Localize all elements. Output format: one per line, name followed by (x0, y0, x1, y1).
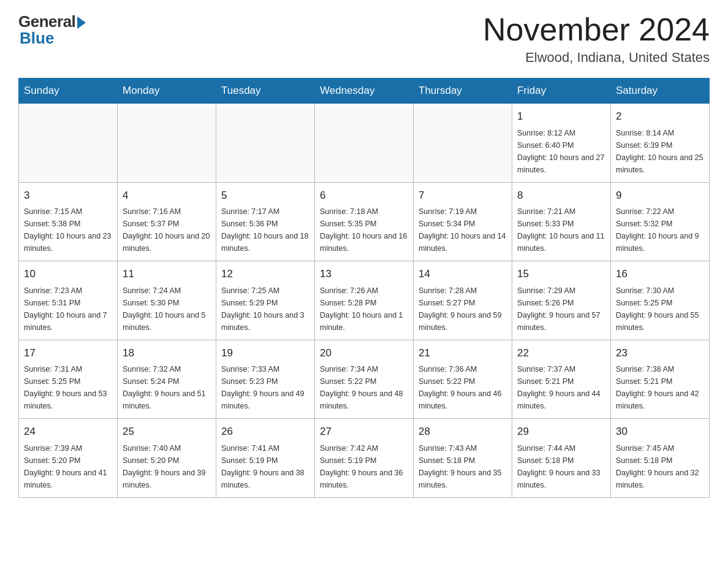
day-sun-info: Sunrise: 7:24 AM Sunset: 5:30 PM Dayligh… (123, 285, 211, 334)
calendar-cell: 21Sunrise: 7:36 AM Sunset: 5:22 PM Dayli… (414, 340, 512, 419)
weekday-header-tuesday: Tuesday (216, 79, 315, 104)
calendar-cell: 7Sunrise: 7:19 AM Sunset: 5:34 PM Daylig… (414, 182, 512, 261)
day-sun-info: Sunrise: 7:23 AM Sunset: 5:31 PM Dayligh… (24, 285, 112, 334)
calendar-week-row: 10Sunrise: 7:23 AM Sunset: 5:31 PM Dayli… (19, 261, 710, 340)
calendar-cell: 27Sunrise: 7:42 AM Sunset: 5:19 PM Dayli… (315, 419, 414, 498)
day-number: 29 (517, 424, 605, 440)
day-sun-info: Sunrise: 7:32 AM Sunset: 5:24 PM Dayligh… (123, 363, 211, 412)
calendar-cell: 19Sunrise: 7:33 AM Sunset: 5:23 PM Dayli… (216, 340, 315, 419)
title-section: November 2024 Elwood, Indiana, United St… (483, 12, 710, 66)
calendar-cell: 1Sunrise: 8:12 AM Sunset: 6:40 PM Daylig… (512, 104, 611, 183)
day-number: 25 (123, 424, 211, 440)
day-number: 19 (221, 345, 309, 361)
calendar-week-row: 17Sunrise: 7:31 AM Sunset: 5:25 PM Dayli… (19, 340, 710, 419)
day-number: 2 (616, 109, 704, 124)
day-sun-info: Sunrise: 7:22 AM Sunset: 5:32 PM Dayligh… (616, 205, 704, 255)
day-number: 27 (320, 424, 408, 440)
calendar-cell: 25Sunrise: 7:40 AM Sunset: 5:20 PM Dayli… (118, 419, 216, 498)
calendar-cell (414, 104, 512, 183)
day-number: 15 (517, 266, 605, 282)
day-number: 14 (419, 266, 507, 282)
day-sun-info: Sunrise: 7:25 AM Sunset: 5:29 PM Dayligh… (221, 285, 309, 334)
calendar-cell: 8Sunrise: 7:21 AM Sunset: 5:33 PM Daylig… (512, 182, 611, 261)
weekday-header-friday: Friday (512, 79, 611, 104)
day-number: 16 (616, 266, 704, 282)
day-sun-info: Sunrise: 7:31 AM Sunset: 5:25 PM Dayligh… (24, 363, 112, 412)
day-number: 28 (419, 424, 507, 440)
day-sun-info: Sunrise: 7:42 AM Sunset: 5:19 PM Dayligh… (320, 442, 408, 491)
calendar-week-row: 24Sunrise: 7:39 AM Sunset: 5:20 PM Dayli… (19, 419, 710, 498)
day-number: 17 (24, 345, 112, 361)
calendar-cell: 23Sunrise: 7:38 AM Sunset: 5:21 PM Dayli… (611, 340, 710, 419)
day-sun-info: Sunrise: 7:17 AM Sunset: 5:36 PM Dayligh… (221, 205, 309, 255)
calendar-cell: 15Sunrise: 7:29 AM Sunset: 5:26 PM Dayli… (512, 261, 611, 340)
day-sun-info: Sunrise: 7:16 AM Sunset: 5:37 PM Dayligh… (123, 205, 211, 255)
weekday-header-thursday: Thursday (414, 79, 512, 104)
calendar-cell: 16Sunrise: 7:30 AM Sunset: 5:25 PM Dayli… (611, 261, 710, 340)
calendar-cell: 11Sunrise: 7:24 AM Sunset: 5:30 PM Dayli… (118, 261, 216, 340)
day-sun-info: Sunrise: 7:41 AM Sunset: 5:19 PM Dayligh… (221, 442, 309, 491)
day-sun-info: Sunrise: 7:36 AM Sunset: 5:22 PM Dayligh… (419, 363, 507, 412)
calendar-week-row: 1Sunrise: 8:12 AM Sunset: 6:40 PM Daylig… (19, 104, 710, 183)
day-number: 1 (517, 109, 605, 124)
calendar-cell: 22Sunrise: 7:37 AM Sunset: 5:21 PM Dayli… (512, 340, 611, 419)
day-sun-info: Sunrise: 7:43 AM Sunset: 5:18 PM Dayligh… (419, 442, 507, 491)
day-number: 26 (221, 424, 309, 440)
weekday-header-monday: Monday (118, 79, 216, 104)
calendar-cell: 6Sunrise: 7:18 AM Sunset: 5:35 PM Daylig… (315, 182, 414, 261)
day-number: 30 (616, 424, 704, 440)
day-sun-info: Sunrise: 7:28 AM Sunset: 5:27 PM Dayligh… (419, 285, 507, 334)
day-sun-info: Sunrise: 7:44 AM Sunset: 5:18 PM Dayligh… (517, 442, 605, 491)
day-sun-info: Sunrise: 7:30 AM Sunset: 5:25 PM Dayligh… (616, 285, 704, 334)
day-number: 10 (24, 266, 112, 282)
day-sun-info: Sunrise: 7:38 AM Sunset: 5:21 PM Dayligh… (616, 363, 704, 412)
calendar-cell (315, 104, 414, 183)
calendar-cell (216, 104, 315, 183)
calendar-cell: 5Sunrise: 7:17 AM Sunset: 5:36 PM Daylig… (216, 182, 315, 261)
day-sun-info: Sunrise: 7:40 AM Sunset: 5:20 PM Dayligh… (123, 442, 211, 491)
day-sun-info: Sunrise: 7:18 AM Sunset: 5:35 PM Dayligh… (320, 205, 408, 255)
day-number: 22 (517, 345, 605, 361)
day-sun-info: Sunrise: 8:12 AM Sunset: 6:40 PM Dayligh… (517, 127, 605, 176)
weekday-header-wednesday: Wednesday (315, 79, 414, 104)
calendar-cell: 24Sunrise: 7:39 AM Sunset: 5:20 PM Dayli… (19, 419, 118, 498)
logo-arrow-icon (77, 17, 86, 29)
day-number: 7 (419, 188, 507, 204)
day-sun-info: Sunrise: 7:19 AM Sunset: 5:34 PM Dayligh… (419, 205, 507, 255)
day-number: 12 (221, 266, 309, 282)
day-sun-info: Sunrise: 7:39 AM Sunset: 5:20 PM Dayligh… (24, 442, 112, 491)
calendar-cell: 10Sunrise: 7:23 AM Sunset: 5:31 PM Dayli… (19, 261, 118, 340)
logo-blue-text: Blue (18, 29, 54, 48)
month-year-title: November 2024 (483, 12, 710, 47)
logo: General Blue (18, 12, 86, 48)
day-number: 18 (123, 345, 211, 361)
day-number: 23 (616, 345, 704, 361)
calendar-cell: 20Sunrise: 7:34 AM Sunset: 5:22 PM Dayli… (315, 340, 414, 419)
calendar-cell: 30Sunrise: 7:45 AM Sunset: 5:18 PM Dayli… (611, 419, 710, 498)
day-sun-info: Sunrise: 8:14 AM Sunset: 6:39 PM Dayligh… (616, 127, 704, 176)
day-number: 21 (419, 345, 507, 361)
calendar-cell: 9Sunrise: 7:22 AM Sunset: 5:32 PM Daylig… (611, 182, 710, 261)
calendar-week-row: 3Sunrise: 7:15 AM Sunset: 5:38 PM Daylig… (19, 182, 710, 261)
day-number: 6 (320, 188, 408, 204)
day-number: 8 (517, 188, 605, 204)
calendar-cell: 14Sunrise: 7:28 AM Sunset: 5:27 PM Dayli… (414, 261, 512, 340)
day-number: 3 (24, 188, 112, 204)
day-number: 4 (123, 188, 211, 204)
calendar-cell (19, 104, 118, 183)
calendar-cell: 29Sunrise: 7:44 AM Sunset: 5:18 PM Dayli… (512, 419, 611, 498)
calendar-cell: 12Sunrise: 7:25 AM Sunset: 5:29 PM Dayli… (216, 261, 315, 340)
day-sun-info: Sunrise: 7:15 AM Sunset: 5:38 PM Dayligh… (24, 205, 112, 255)
day-sun-info: Sunrise: 7:45 AM Sunset: 5:18 PM Dayligh… (616, 442, 704, 491)
weekday-header-saturday: Saturday (611, 79, 710, 104)
calendar-cell: 2Sunrise: 8:14 AM Sunset: 6:39 PM Daylig… (611, 104, 710, 183)
calendar-cell: 17Sunrise: 7:31 AM Sunset: 5:25 PM Dayli… (19, 340, 118, 419)
calendar-cell: 18Sunrise: 7:32 AM Sunset: 5:24 PM Dayli… (118, 340, 216, 419)
calendar-cell: 3Sunrise: 7:15 AM Sunset: 5:38 PM Daylig… (19, 182, 118, 261)
day-sun-info: Sunrise: 7:29 AM Sunset: 5:26 PM Dayligh… (517, 285, 605, 334)
day-number: 24 (24, 424, 112, 440)
day-number: 5 (221, 188, 309, 204)
day-number: 13 (320, 266, 408, 282)
calendar-cell: 4Sunrise: 7:16 AM Sunset: 5:37 PM Daylig… (118, 182, 216, 261)
calendar-table: SundayMondayTuesdayWednesdayThursdayFrid… (18, 78, 710, 498)
